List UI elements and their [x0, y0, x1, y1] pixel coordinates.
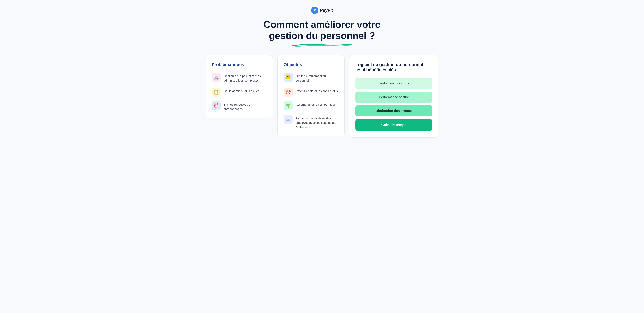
main-title-section: Comment améliorer votre gestion du perso… [264, 19, 380, 47]
benefices-card: Logiciel de gestion du personnel : les 4… [349, 55, 438, 138]
payfit-logo-name: PayFit [320, 8, 333, 13]
payfit-logo-icon: P [311, 7, 318, 14]
list-item: 🚲 Gestion de la paie et tâches administr… [212, 73, 266, 83]
list-item: ⏰ Tâches répétitives et chronophages [212, 101, 266, 112]
problematiques-list: 🚲 Gestion de la paie et tâches administr… [212, 73, 266, 112]
title-underline-decoration [290, 42, 354, 47]
objectif-text-4: Aligner les motivations des employés ave… [296, 115, 338, 130]
objectifs-card: Objectifs 😊 Limiter le roulement du pers… [278, 55, 345, 136]
problematique-text-2: Coûts administratifs élevés [224, 88, 260, 93]
cards-container: Problématiques 🚲 Gestion de la paie et t… [206, 55, 438, 138]
objectif-icon-2: 🎯 [284, 88, 292, 97]
problematique-icon-2: 📋 [212, 88, 221, 97]
objectif-icon-3: 🌱 [284, 101, 292, 110]
benefices-list: Réduction des coûts Performance accrue D… [356, 78, 432, 131]
problematique-text-3: Tâches répétitives et chronophages [224, 101, 266, 112]
problematiques-card: Problématiques 🚲 Gestion de la paie et t… [206, 55, 273, 118]
benefit-item-2: Performance accrue [356, 92, 432, 103]
benefices-title: Logiciel de gestion du personnel : les 4… [356, 62, 432, 72]
header: P PayFit [311, 7, 333, 14]
problematique-icon-1: 🚲 [212, 73, 221, 82]
objectif-text-1: Limiter le roulement du personnel [296, 73, 338, 83]
objectifs-list: 😊 Limiter le roulement du personnel 🎯 Re… [284, 73, 338, 130]
problematique-text-1: Gestion de la paie et tâches administrat… [224, 73, 266, 83]
list-item: 📋 Coûts administratifs élevés [212, 88, 266, 97]
page-title: Comment améliorer votre gestion du perso… [264, 19, 380, 41]
problematique-icon-3: ⏰ [212, 101, 221, 110]
problematiques-title: Problématiques [212, 62, 266, 67]
objectifs-title: Objectifs [284, 62, 338, 67]
objectif-icon-4: 📨 [284, 115, 292, 124]
benefit-item-1: Réduction des coûts [356, 78, 432, 89]
list-item: 😊 Limiter le roulement du personnel [284, 73, 338, 83]
list-item: 📨 Aligner les motivations des employés a… [284, 115, 338, 130]
benefit-item-4: Gain de temps [356, 119, 432, 131]
objectif-text-3: Accompagner le collaborateur [296, 101, 335, 107]
objectif-text-2: Retenir et attirer les bons profils [296, 88, 338, 93]
benefit-item-3: Diminution des erreurs [356, 105, 432, 117]
list-item: 🌱 Accompagner le collaborateur [284, 101, 338, 110]
objectif-icon-1: 😊 [284, 73, 292, 82]
list-item: 🎯 Retenir et attirer les bons profils [284, 88, 338, 97]
